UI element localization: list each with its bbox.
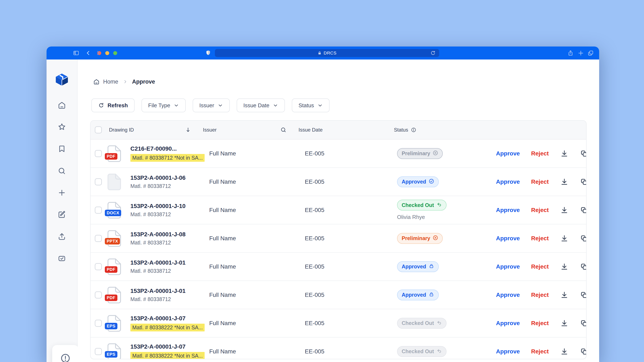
chevron-right-icon <box>123 79 128 84</box>
sidebar-item-upload[interactable] <box>58 232 66 241</box>
search-icon[interactable] <box>280 126 287 133</box>
breadcrumb-current: Approve <box>132 78 155 85</box>
status-badge: Approved <box>397 261 439 272</box>
share-icon[interactable] <box>567 50 574 56</box>
reject-button[interactable]: Reject <box>531 263 549 270</box>
reject-button[interactable]: Reject <box>531 292 549 298</box>
status-badge: Checked Out <box>397 318 446 329</box>
row-checkbox[interactable] <box>95 178 102 185</box>
row-checkbox[interactable] <box>95 263 102 270</box>
approve-button[interactable]: Approve <box>496 263 520 270</box>
approve-button[interactable]: Approve <box>496 292 520 298</box>
drawing-id: C216-E7-00090... <box>130 145 177 152</box>
select-all-checkbox[interactable] <box>95 126 102 133</box>
table-row: PDF 153P2-A-00001-J-01 Matl. # 80338712 … <box>90 281 586 309</box>
copy-icon[interactable] <box>580 234 586 243</box>
breadcrumb: Home Approve <box>93 77 155 87</box>
download-icon[interactable] <box>560 206 568 214</box>
column-status: Status <box>394 127 408 133</box>
row-checkbox[interactable] <box>95 320 102 327</box>
copy-icon[interactable] <box>580 206 586 214</box>
issue-date-cell: EE-005 <box>305 235 397 242</box>
copy-icon[interactable] <box>580 178 586 186</box>
issue-date-cell: EE-005 <box>305 207 397 213</box>
sidebar-item-favorites[interactable] <box>58 123 66 131</box>
sidebar-item-compose[interactable] <box>58 210 66 219</box>
download-icon[interactable] <box>560 263 568 271</box>
material-note: Matl. # 80338222 *Not in SA... <box>130 352 204 360</box>
approve-button[interactable]: Approve <box>496 320 520 327</box>
reload-icon[interactable] <box>430 50 436 57</box>
refresh-button[interactable]: Refresh <box>92 98 134 112</box>
approve-button[interactable]: Approve <box>496 150 520 157</box>
reject-button[interactable]: Reject <box>531 207 549 213</box>
filter-file-type[interactable]: File Type <box>142 98 186 112</box>
copy-icon[interactable] <box>580 291 586 299</box>
approve-button[interactable]: Approve <box>496 207 520 213</box>
app-sidebar <box>46 59 78 362</box>
file-type-label: DOCX <box>105 210 121 216</box>
row-checkbox[interactable] <box>95 235 102 242</box>
sidebar-item-home[interactable] <box>58 101 66 110</box>
zoom-window-button[interactable] <box>113 51 117 55</box>
address-bar[interactable]: DRCS <box>215 49 439 57</box>
issuer-cell: Full Name <box>209 178 305 185</box>
row-checkbox[interactable] <box>95 291 102 299</box>
file-type-icon: PDF <box>107 258 121 275</box>
privacy-shield-icon[interactable] <box>205 50 211 56</box>
download-icon[interactable] <box>560 149 568 158</box>
new-tab-icon[interactable] <box>578 50 584 56</box>
drawing-id: 153P2-A-00001-J-01 <box>130 288 186 294</box>
compose-icon <box>58 210 66 219</box>
tab-overview-icon[interactable] <box>588 50 594 56</box>
issue-date-cell: EE-005 <box>305 178 397 185</box>
sidebar-item-add[interactable] <box>58 188 66 197</box>
row-checkbox[interactable] <box>95 207 102 214</box>
reject-button[interactable]: Reject <box>531 178 549 185</box>
copy-icon[interactable] <box>580 149 586 158</box>
filter-issue-date[interactable]: Issue Date <box>237 98 285 112</box>
drawing-id: 153P2-A-00001-J-10 <box>130 203 186 210</box>
approve-button[interactable]: Approve <box>496 178 520 185</box>
back-icon[interactable] <box>85 50 92 56</box>
issue-date-cell: EE-005 <box>305 320 397 327</box>
issuer-cell: Full Name <box>209 348 305 355</box>
download-icon[interactable] <box>560 347 568 356</box>
filter-status[interactable]: Status <box>292 98 330 112</box>
row-checkbox[interactable] <box>95 150 102 157</box>
status-badge: Approved <box>397 176 439 187</box>
filter-label: Status <box>298 102 314 109</box>
download-icon[interactable] <box>560 319 568 328</box>
issuer-cell: Full Name <box>209 207 305 213</box>
reject-button[interactable]: Reject <box>531 235 549 242</box>
row-checkbox[interactable] <box>95 348 102 355</box>
reject-button[interactable]: Reject <box>531 150 549 157</box>
breadcrumb-home[interactable]: Home <box>93 78 118 85</box>
issuer-cell: Full Name <box>209 292 305 298</box>
approve-button[interactable]: Approve <box>496 235 520 242</box>
copy-icon[interactable] <box>580 319 586 328</box>
sidebar-toggle-icon[interactable] <box>73 50 79 56</box>
copy-icon[interactable] <box>580 263 586 271</box>
column-drawing-id: Drawing ID <box>109 127 134 133</box>
sort-descending-icon[interactable] <box>185 127 191 133</box>
status-icon <box>436 202 442 208</box>
info-icon[interactable] <box>411 127 416 133</box>
file-type-icon: PDF <box>107 145 121 162</box>
download-icon[interactable] <box>560 234 568 243</box>
reject-button[interactable]: Reject <box>531 348 549 355</box>
file-type-label: EPS <box>105 323 118 329</box>
filter-issuer[interactable]: Issuer <box>193 98 230 112</box>
download-icon[interactable] <box>560 178 568 186</box>
help-alert-card[interactable] <box>52 345 78 362</box>
reject-button[interactable]: Reject <box>531 320 549 327</box>
upload-icon <box>58 232 66 241</box>
download-icon[interactable] <box>560 291 568 299</box>
approve-button[interactable]: Approve <box>496 348 520 355</box>
minimize-window-button[interactable] <box>105 51 109 55</box>
sidebar-item-search[interactable] <box>58 167 66 175</box>
sidebar-item-bookmarks[interactable] <box>58 144 66 153</box>
forward-icon[interactable] <box>95 50 101 56</box>
sidebar-item-approvals[interactable] <box>58 254 66 263</box>
copy-icon[interactable] <box>580 347 586 356</box>
